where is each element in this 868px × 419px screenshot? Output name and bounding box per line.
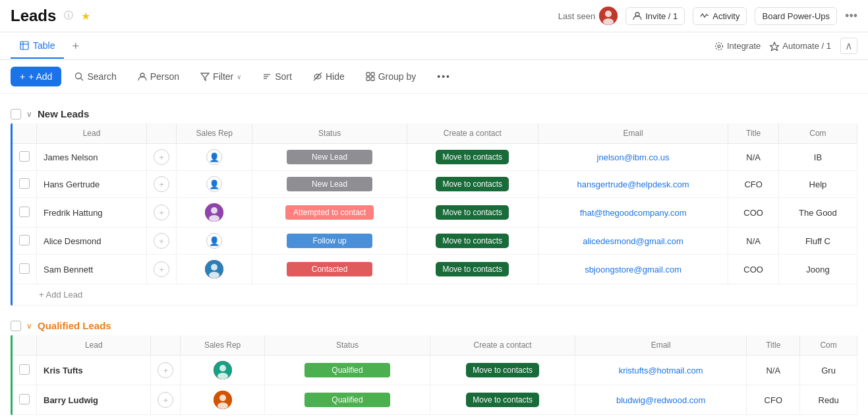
sort-icon — [262, 72, 272, 81]
email-link[interactable]: jnelson@ibm.co.us — [597, 152, 670, 162]
tab-add-button[interactable]: + — [64, 34, 87, 59]
add-button[interactable]: + + Add — [11, 67, 61, 86]
table-row: Alice Desmond + 👤 Follow up Move to cont… — [13, 228, 857, 255]
svg-point-25 — [211, 207, 217, 214]
new-leads-checkbox[interactable] — [11, 109, 21, 119]
svg-line-11 — [81, 79, 84, 81]
table-row: James Nelson + 👤 New Lead Move to contac… — [13, 144, 857, 171]
move-to-contacts-button[interactable]: Move to contacts — [436, 205, 509, 220]
title-cell: N/A — [728, 144, 778, 171]
comment-icon[interactable]: + — [154, 261, 169, 277]
row-checkbox[interactable] — [19, 394, 30, 404]
new-leads-table-wrap: Lead Sales Rep Status Create a contact E… — [11, 123, 857, 306]
more-dots-icon: ••• — [437, 71, 451, 82]
title-cell: COO — [728, 198, 778, 228]
sales-rep-icon[interactable]: 👤 — [206, 149, 222, 165]
activity-icon — [700, 11, 709, 20]
email-link[interactable]: hansgertrude@helpdesk.com — [577, 179, 689, 189]
sales-rep-avatar — [214, 361, 232, 379]
page-title: Leads — [11, 7, 56, 25]
group-by-icon — [366, 72, 375, 81]
info-icon[interactable]: ⓘ — [64, 10, 73, 22]
move-to-contacts-button[interactable]: Move to contacts — [436, 262, 509, 276]
search-button[interactable]: Search — [67, 67, 124, 86]
row-checkbox[interactable] — [19, 178, 30, 189]
add-lead-row[interactable]: + Add Lead — [13, 284, 857, 306]
board-powerups-button[interactable]: Board Power-Ups — [755, 7, 837, 25]
email-link[interactable]: bludwig@redwood.com — [616, 395, 705, 405]
table-row: Kris Tufts + Qualified Move to contacts … — [13, 356, 857, 385]
tab-table[interactable]: Table — [11, 34, 64, 59]
col-email: Email — [538, 123, 728, 144]
comment-icon[interactable]: + — [154, 233, 169, 249]
activity-button[interactable]: Activity — [693, 7, 747, 25]
comment-icon[interactable]: + — [158, 362, 173, 378]
email-link[interactable]: kristufts@hotmail.com — [619, 366, 703, 375]
comment-icon[interactable]: + — [154, 205, 169, 220]
email-link[interactable]: sbjoongstore@gmail.com — [585, 265, 681, 274]
status-badge: Qualified — [304, 363, 390, 377]
svg-rect-4 — [20, 42, 28, 49]
table-row: Barry Ludwig + Qualified Move to contact… — [13, 385, 857, 415]
avatar — [599, 7, 618, 25]
col-comment — [151, 335, 181, 356]
lead-name: Sam Bennett — [37, 255, 147, 284]
move-to-contacts-button[interactable]: Move to contacts — [436, 234, 509, 248]
qualified-leads-section: ∨ Qualified Leads Lead Sales Rep Status … — [0, 316, 868, 415]
star-icon[interactable]: ★ — [81, 10, 90, 22]
status-badge: Contacted — [287, 262, 372, 276]
more-options-button[interactable]: ••• — [429, 67, 459, 86]
comment-icon[interactable]: + — [158, 392, 173, 408]
person-button[interactable]: Person — [130, 67, 187, 86]
move-to-contacts-button[interactable]: Move to contacts — [436, 177, 509, 191]
col-status: Status — [252, 123, 407, 144]
row-checkbox[interactable] — [19, 207, 30, 217]
col-sales-rep: Sales Rep — [177, 123, 252, 144]
automate-button[interactable]: Automate / 1 — [770, 41, 831, 51]
group-by-button[interactable]: Group by — [358, 67, 424, 86]
move-to-contacts-button[interactable]: Move to contacts — [466, 393, 539, 407]
svg-rect-22 — [366, 77, 370, 81]
qualified-leads-checkbox[interactable] — [11, 321, 21, 331]
sort-button[interactable]: Sort — [254, 67, 300, 86]
lead-name: Alice Desmond — [37, 228, 147, 255]
col-comment — [147, 123, 177, 144]
hide-button[interactable]: Hide — [305, 67, 353, 86]
collapse-button[interactable]: ∧ — [840, 38, 857, 54]
new-leads-header-row: Lead Sales Rep Status Create a contact E… — [13, 123, 857, 144]
email-link[interactable]: fhat@thegoodcompany.com — [580, 208, 687, 218]
col-lead: Lead — [37, 123, 147, 144]
col-create-contact: Create a contact — [407, 123, 538, 144]
move-to-contacts-button[interactable]: Move to contacts — [436, 150, 509, 164]
svg-point-10 — [76, 73, 82, 79]
header-right: Last seen Invite / 1 Activity Board Powe… — [558, 7, 857, 25]
comment-icon[interactable]: + — [154, 176, 169, 192]
comment-icon[interactable]: + — [154, 149, 169, 165]
row-checkbox[interactable] — [19, 151, 30, 162]
title-cell: CFO — [728, 171, 778, 198]
toolbar: + + Add Search Person Filter ∨ Sort Hide… — [0, 60, 868, 94]
tabs-right-actions: Integrate Automate / 1 ∧ — [714, 32, 857, 59]
company-cell: IB — [778, 144, 857, 171]
svg-point-1 — [605, 11, 612, 17]
svg-rect-21 — [371, 73, 374, 76]
company-cell: Gru — [800, 356, 857, 385]
qualified-leads-chevron[interactable]: ∨ — [26, 321, 32, 331]
invite-button[interactable]: Invite / 1 — [625, 7, 685, 25]
filter-button[interactable]: Filter ∨ — [192, 67, 249, 86]
row-checkbox[interactable] — [19, 235, 30, 245]
email-link[interactable]: alicedesmond@gmail.com — [583, 236, 683, 246]
filter-icon — [200, 72, 210, 81]
move-to-contacts-button[interactable]: Move to contacts — [466, 363, 539, 377]
row-checkbox[interactable] — [19, 263, 30, 274]
new-leads-section: ∨ New Leads Lead Sales Rep Status Create… — [0, 104, 868, 306]
sales-rep-icon[interactable]: 👤 — [206, 233, 222, 249]
sales-rep-icon[interactable]: 👤 — [206, 176, 222, 192]
integrate-button[interactable]: Integrate — [714, 41, 761, 51]
row-checkbox[interactable] — [19, 364, 30, 375]
new-leads-header: ∨ New Leads — [0, 104, 868, 123]
svg-rect-20 — [366, 73, 370, 76]
new-leads-chevron[interactable]: ∨ — [26, 110, 32, 119]
more-options-icon[interactable]: ••• — [845, 9, 857, 23]
qualified-leads-header-row: Lead Sales Rep Status Create a contact E… — [13, 335, 857, 356]
